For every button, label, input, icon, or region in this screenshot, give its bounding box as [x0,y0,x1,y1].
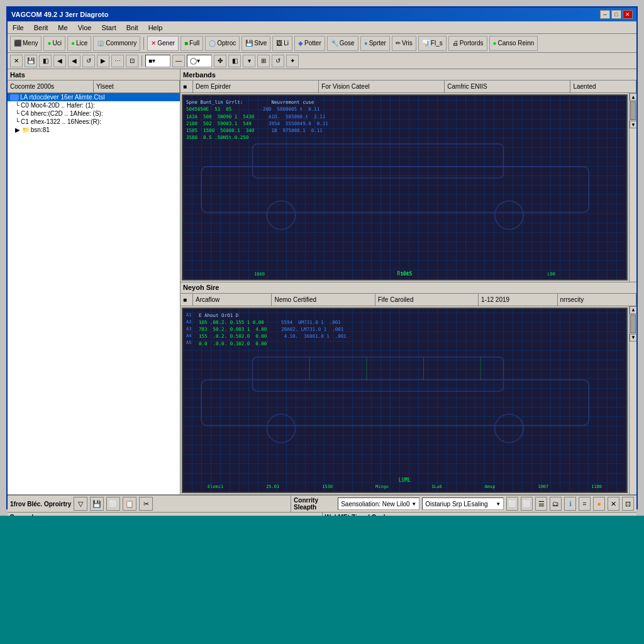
toolbar2-btn10[interactable]: — [172,55,185,67]
scroll-down-btn[interactable]: ▼ [630,121,636,128]
toolbar-sep1 [143,37,144,50]
toolbar-uci[interactable]: ● Uci [43,36,65,51]
toolbar-secondary: ✕ 💾 ◧ ◀ ◀ ↺ ▶ ⋯ ⊡ ■▾ — ◯▾ ✤ ◧ ▾ ⊞ ↺ ✦ [8,53,636,69]
menu-me[interactable]: Me [55,23,70,32]
toolbar-lice[interactable]: ● Lice [67,36,91,51]
maximize-button[interactable]: □ [611,10,621,19]
ecu-line-3: 2100 502 59003.1 549 3954 5550049.0 0.11 [186,120,617,127]
tree-item-2[interactable]: └ C4 bherc:(C2D .. 1Ahlee: (S): [8,109,180,118]
close-button[interactable]: ✕ [623,10,633,19]
toolbar2-dropdown2[interactable]: ◯▾ [187,55,212,67]
toolbar2-btn12[interactable]: ◧ [228,55,241,67]
measurements-header: Merbands [180,69,636,80]
tree-item-4[interactable]: ▶ 📁 bsn:81 [8,126,180,134]
br-orange[interactable]: ● [593,497,605,511]
toolbar2-separator2[interactable]: ▾ [243,55,255,67]
nth-arcaflow: Arcaflow [193,294,272,306]
combo-saens[interactable]: Saensoliation: New Lilo0 ▼ [338,497,419,510]
br-btn3[interactable]: ☰ [535,497,547,511]
neuron-scroll-thumb[interactable] [630,314,636,333]
toolbar-meny[interactable]: ⬛ Meny [10,36,42,51]
br-x[interactable]: ✕ [608,497,619,511]
br-btn4[interactable]: 🗂 [550,497,562,511]
menu-bar: File Berit Me Vioe Start Bnit Help [8,21,636,34]
content-area: Hats Cocomte 2000s Ylseet LA rtdocdever … [8,69,636,494]
bl-btn3[interactable]: ⬜ [106,497,120,511]
toolbar-stve[interactable]: 💾 Stve [242,36,270,51]
nth-date: 1-12 2019 [479,294,557,306]
toolbar2-btn5[interactable]: ◀ [68,55,80,67]
title-bar: VAGCOM 49.2 J 3err Diagroto – □ ✕ [8,8,636,21]
br-info[interactable]: ℹ [564,497,576,511]
toolbar-full[interactable]: ■ Full [180,36,203,51]
toolbar2-btn8[interactable]: ⋯ [111,55,124,67]
n-line-3: 155 .0.2. 0.502.0 0.00 4.10. 36001.0 1 .… [199,333,617,340]
toolbar-optrosc[interactable]: ◯ Optroc [205,36,240,51]
menu-vioe[interactable]: Vioe [75,23,94,32]
scroll-thumb[interactable] [630,101,636,120]
toolbar-sprter[interactable]: ● Sprter [360,36,390,51]
toolbar-portords[interactable]: 🖨 Portords [448,36,487,51]
toolbar2-btn3[interactable]: ◧ [39,55,52,67]
toolbar-commonry[interactable]: 🏢 Commonry [93,36,140,51]
toolbar2-btn4[interactable]: ◀ [53,55,66,67]
bl-btn1[interactable]: ▽ [74,497,87,511]
tree-view[interactable]: LA rtdocdever 16er Alimte.Ctsl └ C0 Moc4… [8,93,180,494]
svg-point-2 [267,201,295,229]
measurements-scrollbar[interactable]: ▲ ▼ [629,93,636,282]
measurements-table-header: ■ Dem Epirder For Vision Cateel Camfric … [180,80,636,93]
toolbar-canso[interactable]: ● Canso Reinn [489,36,538,51]
tree-item-0[interactable]: LA rtdocdever 16er Alimte.Ctsl [8,93,180,101]
nth-nemo: Nemo Certified [272,294,375,306]
bl-btn5[interactable]: ✂ [139,497,153,511]
menu-help[interactable]: Help [146,23,165,32]
neuron-scroll-down[interactable]: ▼ [630,334,636,341]
br-btn1[interactable]: ⬜ [506,497,518,511]
toolbar-fls[interactable]: 📊 Fl_s [418,36,447,51]
br-end[interactable]: ⊡ [622,497,634,511]
menu-bnit[interactable]: Bnit [124,23,141,32]
toolbar2-btn7[interactable]: ▶ [97,55,109,67]
toolbar2-btn15[interactable]: ✦ [286,55,299,67]
col-header-2: Ylseet [94,80,180,92]
bottom-right-title: Conrrity Sleapth [294,497,335,511]
minimize-button[interactable]: – [600,10,610,19]
toolbar-li[interactable]: 🖼 Li [272,36,292,51]
th-indicator: ■ [180,80,193,92]
li-icon: 🖼 [276,40,282,47]
toolbar-potter[interactable]: ◆ Potter [294,36,325,51]
main-window: VAGCOM 49.2 J 3err Diagroto – □ ✕ File B… [6,6,638,509]
menu-file[interactable]: File [10,23,26,32]
neuron-table-header: ■ Arcaflow Nemo Certified Fife Caroiled … [180,294,636,306]
scroll-up-btn[interactable]: ▲ [630,93,636,101]
neuron-scrollbar[interactable]: ▲ ▼ [629,306,636,495]
toolbar-gener[interactable]: ✕ Gener [147,36,179,51]
neuron-content: A1 A2 A3 A4 A5 E Ahout OrO1 D 1O5 .08.2.… [180,306,636,495]
br-eq[interactable]: = [579,497,591,511]
br-btn2[interactable]: ⬜ [521,497,533,511]
bl-btn2[interactable]: 💾 [90,497,104,511]
combo-oista[interactable]: Oistariup Srp LEsaling ▼ [422,497,504,510]
full-icon: ■ [184,40,188,47]
toolbar-vris[interactable]: ✏ Vris [392,36,416,51]
toolbar2-dropdown1[interactable]: ■▾ [145,55,170,67]
neuron-scroll-up[interactable]: ▲ [630,306,636,314]
uci-icon: ● [47,40,51,47]
toolbar2-btn2[interactable]: 💾 [25,55,37,67]
toolbar-gose[interactable]: 🔧 Gose [327,36,358,51]
menu-berit[interactable]: Berit [31,23,51,32]
toolbar2-btn6[interactable]: ↺ [82,55,95,67]
stve-icon: 💾 [245,40,253,47]
menu-start[interactable]: Start [99,23,118,32]
gose-icon: 🔧 [331,40,338,47]
bl-btn4[interactable]: 📋 [123,497,136,511]
toolbar2-btn9[interactable]: ⊡ [126,55,138,67]
tree-item-1[interactable]: └ C0 Moc4-20D .. Hafer: (1): [8,101,180,109]
toolbar2-btn13[interactable]: ⊞ [257,55,270,67]
n-line-1: 1O5 .08.2. 0.155 1 0.00 5594 UM731.0 1 .… [199,319,617,326]
tree-item-3[interactable]: └ C1 ehex-1322 .. 16Nees:(R): [8,118,180,126]
toolbar2-btn11[interactable]: ✤ [214,55,226,67]
neuron-left-labels: A1 A2 A3 A4 A5 [186,312,191,347]
toolbar2-btn1[interactable]: ✕ [10,55,23,67]
toolbar2-btn14[interactable]: ↺ [272,55,284,67]
